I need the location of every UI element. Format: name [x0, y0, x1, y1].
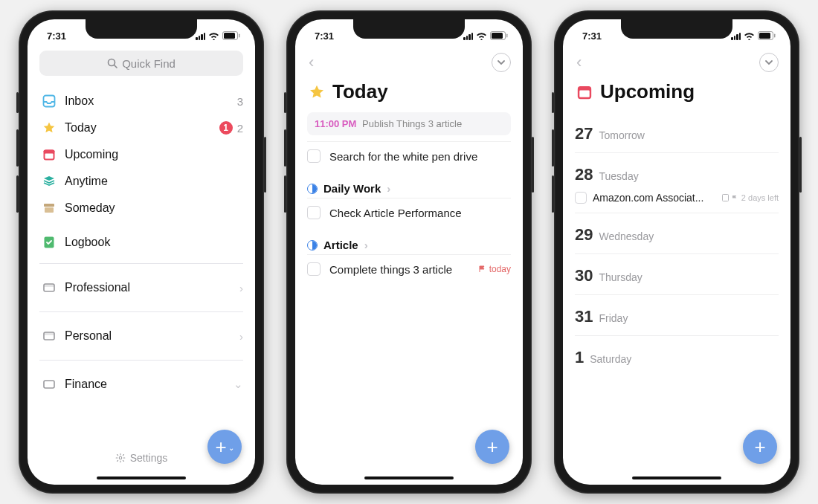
sidebar-item-label: Someday — [65, 201, 243, 215]
area-finance[interactable]: Finance ⌄ — [39, 368, 243, 401]
day-number: 27 — [575, 124, 593, 143]
svg-rect-9 — [44, 204, 54, 207]
chevron-down-icon — [764, 58, 773, 67]
home-indicator[interactable] — [364, 476, 454, 479]
day-29[interactable]: 29Wednesday — [575, 213, 779, 254]
svg-rect-2 — [239, 34, 240, 38]
area-icon — [39, 378, 59, 391]
screen-upcoming: 7:31 ‹ Upcoming 27Tomorrow 28 — [563, 19, 790, 485]
chevron-down-icon — [497, 58, 506, 67]
page-title-row: Upcoming — [576, 80, 779, 103]
area-icon — [39, 329, 59, 343]
svg-line-4 — [115, 65, 117, 68]
day-1[interactable]: 1Saturday — [575, 336, 779, 376]
calendar-icon — [576, 84, 593, 100]
sidebar-item-label: Anytime — [65, 175, 243, 188]
day-number: 30 — [575, 266, 593, 285]
task-row[interactable]: Complete things 3 article today — [307, 255, 511, 283]
fab-add-button[interactable]: + — [743, 430, 777, 464]
svg-rect-10 — [45, 207, 54, 213]
plus-icon: + — [754, 436, 765, 459]
sidebar-item-anytime[interactable]: Anytime — [39, 168, 243, 195]
area-personal[interactable]: Personal › — [39, 320, 243, 352]
area-icon — [39, 281, 59, 294]
calendar-event[interactable]: 11:00 PM Publish Things 3 article — [307, 112, 511, 135]
wifi-icon — [476, 32, 487, 40]
wifi-icon — [744, 32, 755, 40]
back-button[interactable]: ‹ — [307, 53, 314, 72]
chevron-right-icon: › — [239, 282, 243, 294]
more-options-button[interactable] — [759, 53, 779, 72]
task-text: Amazon.com Associat... — [593, 192, 716, 204]
area-professional[interactable]: Professional › — [39, 271, 243, 304]
sidebar-item-today[interactable]: Today 1 2 — [39, 114, 243, 141]
wifi-icon — [208, 32, 219, 40]
divider — [39, 360, 243, 361]
sidebar-item-label: Inbox — [65, 94, 237, 108]
svg-rect-25 — [579, 90, 589, 97]
fab-add-button[interactable]: + — [475, 430, 509, 464]
checkbox[interactable] — [307, 262, 321, 276]
signal-icon — [196, 32, 205, 40]
section-header-article[interactable]: Article › — [307, 239, 511, 251]
day-27[interactable]: 27Tomorrow — [575, 112, 779, 153]
screen-today: 7:31 ‹ Today 11:00 PM Publish Things 3 a… — [295, 19, 523, 485]
phone-frame-3: 7:31 ‹ Upcoming 27Tomorrow 28 — [554, 10, 799, 494]
section-header-daily-work[interactable]: Daily Work › — [307, 182, 511, 195]
svg-rect-19 — [492, 33, 503, 39]
status-icons — [731, 31, 776, 40]
task-row[interactable]: Check Article Performance — [307, 198, 511, 227]
task-row[interactable]: Search for the white pen drive — [307, 142, 511, 170]
day-weekday: Thursday — [599, 271, 642, 283]
section-title: Daily Work — [323, 182, 381, 195]
day-30[interactable]: 30Thursday — [575, 254, 779, 295]
checkbox[interactable] — [575, 192, 587, 204]
sidebar-item-label: Upcoming — [65, 148, 243, 161]
page-title: Today — [332, 80, 388, 103]
task-row[interactable]: Amazon.com Associat... 2 days left — [575, 192, 779, 204]
task-text: Check Article Performance — [329, 207, 511, 219]
task-text: Complete things 3 article — [329, 263, 479, 276]
more-options-button[interactable] — [492, 53, 511, 72]
day-28[interactable]: 28Tuesday Amazon.com Associat... 2 days … — [575, 153, 779, 213]
settings-label: Settings — [130, 452, 168, 464]
note-icon — [722, 194, 729, 201]
count-badge: 3 — [237, 95, 243, 108]
deadline-flag: today — [479, 264, 511, 274]
checkbox[interactable] — [307, 206, 321, 219]
inbox-icon — [39, 94, 59, 108]
sidebar-item-upcoming[interactable]: Upcoming — [39, 141, 243, 168]
screen-sidebar: 7:31 Quick Find Inbox 3 — [28, 19, 255, 485]
sidebar-item-someday[interactable]: Someday — [39, 195, 243, 222]
sidebar-item-label: Logbook — [65, 236, 243, 249]
area-label: Professional — [65, 281, 239, 294]
fab-add-button[interactable]: +⌄ — [207, 430, 242, 464]
sidebar-item-logbook[interactable]: Logbook — [39, 229, 243, 256]
checkbox[interactable] — [307, 149, 321, 163]
home-indicator[interactable] — [97, 476, 186, 479]
count-badge: 2 — [237, 122, 243, 135]
section-title: Article — [323, 239, 358, 251]
phone-frame-1: 7:31 Quick Find Inbox 3 — [19, 10, 264, 494]
page-title-row: Today — [309, 80, 511, 103]
area-label: Personal — [65, 329, 239, 343]
svg-rect-7 — [44, 150, 55, 153]
back-button[interactable]: ‹ — [575, 53, 582, 72]
day-31[interactable]: 31Friday — [575, 295, 779, 336]
battery-icon — [758, 31, 776, 40]
task-meta: 2 days left — [722, 193, 779, 202]
home-indicator[interactable] — [632, 476, 721, 479]
chevron-right-icon: › — [387, 182, 390, 195]
svg-rect-22 — [759, 33, 770, 39]
page-title: Upcoming — [600, 80, 695, 103]
status-icons — [463, 31, 508, 40]
divider — [39, 311, 243, 312]
svg-rect-23 — [774, 34, 776, 38]
search-input[interactable]: Quick Find — [39, 51, 243, 76]
task-text: Search for the white pen drive — [329, 150, 511, 163]
status-icons — [196, 31, 240, 40]
svg-rect-20 — [506, 34, 508, 38]
stack-icon — [39, 175, 59, 188]
project-progress-icon — [307, 240, 318, 251]
sidebar-item-inbox[interactable]: Inbox 3 — [39, 88, 243, 114]
